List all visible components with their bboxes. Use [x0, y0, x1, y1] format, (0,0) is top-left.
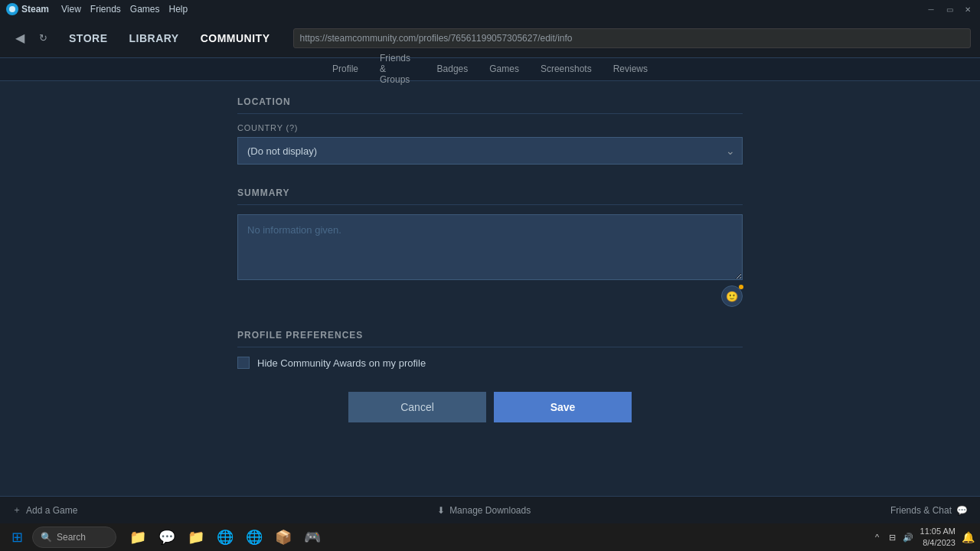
chat-icon: 💬: [956, 505, 968, 516]
windows-icon: ⊞: [11, 529, 23, 546]
taskbar: ⊞ 🔍 Search 📁 💬 📁 🌐 🌐 📦 🎮 ^ ⊟ 🔊 11:05 AM …: [0, 523, 980, 551]
title-bar-controls: ─ ▭ ✕: [925, 3, 974, 15]
search-label: Search: [57, 532, 86, 543]
taskbar-app-store[interactable]: 📦: [270, 523, 297, 551]
profile-preferences-title: PROFILE PREFERENCES: [237, 330, 743, 347]
manage-downloads-label: Manage Downloads: [449, 505, 531, 516]
nav-bar: ◀ ↻ STORE LIBRARY COMMUNITY https://stea…: [0, 18, 980, 58]
menu-friends[interactable]: Friends: [90, 4, 121, 15]
friends-chat-label: Friends & Chat: [890, 505, 952, 516]
close-button[interactable]: ✕: [962, 3, 974, 15]
app-title: Steam: [21, 4, 49, 15]
emoji-icon: 🙂: [726, 291, 738, 302]
summary-title: SUMMARY: [237, 187, 743, 205]
taskbar-system-icons: ^ ⊟ 🔊: [871, 531, 914, 543]
taskbar-right: ^ ⊟ 🔊 11:05 AM 8/4/2023 🔔: [871, 526, 977, 549]
taskbar-apps: 📁 💬 📁 🌐 🌐 📦 🎮: [124, 523, 326, 551]
svg-point-0: [9, 6, 15, 12]
tab-screenshots[interactable]: Screenshots: [530, 58, 603, 81]
menu-view[interactable]: View: [61, 4, 81, 15]
add-game-icon: ＋: [12, 504, 21, 517]
back-button[interactable]: ◀: [9, 28, 31, 49]
taskbar-volume-icon[interactable]: 🔊: [902, 531, 914, 543]
cancel-button[interactable]: Cancel: [348, 392, 486, 422]
taskbar-time[interactable]: 11:05 AM 8/4/2023: [920, 526, 956, 549]
nav-community[interactable]: COMMUNITY: [190, 18, 281, 58]
nav-store[interactable]: STORE: [58, 18, 118, 58]
start-button[interactable]: ⊞: [3, 527, 31, 548]
maximize-button[interactable]: ▭: [943, 3, 956, 15]
nav-library[interactable]: LIBRARY: [118, 18, 189, 58]
tab-profile[interactable]: Profile: [322, 58, 369, 81]
main-content: LOCATION COUNTRY (?) (Do not display) Un…: [0, 81, 980, 496]
taskbar-notification-icon[interactable]: 🔔: [962, 531, 974, 543]
hide-awards-checkbox[interactable]: [237, 357, 250, 369]
hide-awards-label: Hide Community Awards on my profile: [257, 357, 426, 369]
taskbar-app-chrome[interactable]: 🌐: [211, 523, 239, 551]
add-game-label: Add a Game: [26, 505, 77, 516]
menu-help[interactable]: Help: [169, 4, 188, 15]
content-inner: LOCATION COUNTRY (?) (Do not display) Un…: [237, 81, 743, 496]
emoji-btn-wrapper: 🙂: [237, 285, 743, 307]
summary-textarea[interactable]: [237, 214, 743, 280]
tab-friends-groups[interactable]: Friends & Groups: [369, 58, 426, 81]
taskbar-app-files[interactable]: 📁: [124, 523, 152, 551]
save-button[interactable]: Save: [494, 392, 632, 422]
steam-logo: Steam: [6, 3, 49, 15]
friends-chat-button[interactable]: Friends & Chat 💬: [890, 505, 968, 516]
add-game-button[interactable]: ＋ Add a Game: [12, 504, 77, 517]
tab-reviews[interactable]: Reviews: [603, 58, 658, 81]
taskbar-network-icon[interactable]: ⊟: [887, 531, 899, 543]
taskbar-chevron-icon[interactable]: ^: [871, 531, 884, 543]
taskbar-app-steam[interactable]: 🎮: [299, 523, 326, 551]
taskbar-app-chat[interactable]: 💬: [153, 523, 181, 551]
taskbar-app-explorer[interactable]: 📁: [182, 523, 210, 551]
title-bar-menu: View Friends Games Help: [61, 4, 188, 15]
search-icon: 🔍: [41, 532, 52, 543]
steam-logo-icon: [6, 3, 18, 15]
emoji-button[interactable]: 🙂: [721, 285, 743, 307]
url-text: https://steamcommunity.com/profiles/7656…: [300, 33, 573, 44]
summary-section: SUMMARY 🙂: [237, 187, 743, 307]
title-bar-left: Steam View Friends Games Help: [6, 3, 188, 15]
notification-dot: [739, 285, 743, 289]
country-label: COUNTRY (?): [237, 123, 743, 132]
profile-tabs: Profile Friends & Groups Badges Games Sc…: [0, 58, 980, 81]
country-select[interactable]: (Do not display) United States United Ki…: [237, 137, 743, 165]
taskbar-date-text: 8/4/2023: [923, 537, 956, 549]
tab-badges[interactable]: Badges: [426, 58, 479, 81]
profile-preferences-section: PROFILE PREFERENCES Hide Community Award…: [237, 330, 743, 369]
title-bar: Steam View Friends Games Help ─ ▭ ✕: [0, 0, 980, 18]
refresh-button[interactable]: ↻: [34, 29, 52, 47]
buttons-row: Cancel Save: [237, 392, 743, 438]
tab-games[interactable]: Games: [479, 58, 530, 81]
taskbar-app-edge[interactable]: 🌐: [240, 523, 268, 551]
location-title: LOCATION: [237, 96, 743, 114]
bottom-bar: ＋ Add a Game ⬇ Manage Downloads Friends …: [0, 496, 980, 523]
nav-links: STORE LIBRARY COMMUNITY: [58, 18, 281, 58]
manage-downloads-button[interactable]: ⬇ Manage Downloads: [437, 505, 531, 516]
taskbar-time-text: 11:05 AM: [920, 526, 956, 537]
menu-games[interactable]: Games: [130, 4, 160, 15]
taskbar-search[interactable]: 🔍 Search: [32, 527, 116, 548]
minimize-button[interactable]: ─: [925, 3, 937, 15]
download-icon: ⬇: [437, 505, 445, 516]
country-select-wrapper: (Do not display) United States United Ki…: [237, 137, 743, 165]
url-bar[interactable]: https://steamcommunity.com/profiles/7656…: [293, 28, 971, 48]
hide-awards-row: Hide Community Awards on my profile: [237, 357, 743, 369]
location-section: LOCATION COUNTRY (?) (Do not display) Un…: [237, 96, 743, 165]
